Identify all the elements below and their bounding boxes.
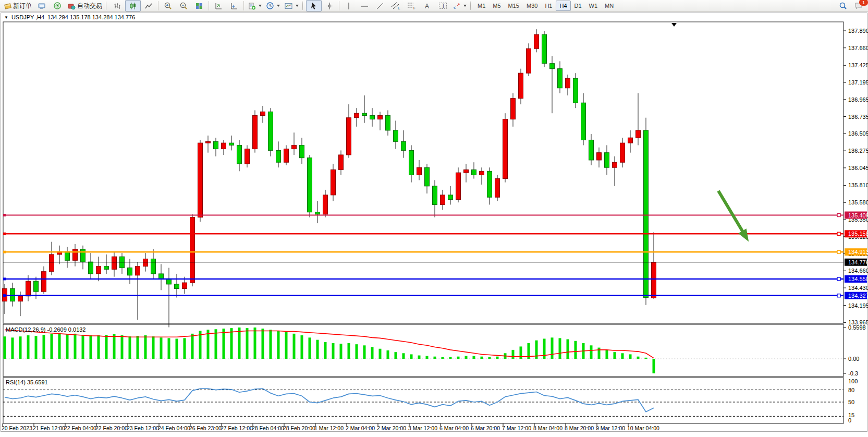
- svg-text:136.965: 136.965: [848, 96, 868, 103]
- arrows-icon: [453, 2, 461, 10]
- svg-text:T: T: [442, 3, 445, 9]
- dropdown-caret: [259, 5, 262, 7]
- terminal-icon: [38, 2, 46, 10]
- svg-text:28 Feb 04:00: 28 Feb 04:00: [252, 425, 284, 431]
- svg-text:7 Mar 12:00: 7 Mar 12:00: [502, 425, 531, 431]
- trendline-button[interactable]: [372, 0, 388, 11]
- time-axis[interactable]: 20 Feb 202321 Feb 12:0022 Feb 04:0022 Fe…: [2, 423, 659, 431]
- dropdown-caret: [277, 5, 280, 7]
- search-button[interactable]: [835, 0, 851, 11]
- chart-title-symbol: USDJPY-,H4: [11, 14, 44, 20]
- svg-text:21 Feb 12:00: 21 Feb 12:00: [33, 425, 65, 431]
- add-indicator-button[interactable]: [246, 0, 264, 11]
- candlestick-chart-button[interactable]: [125, 0, 141, 11]
- template-button[interactable]: [282, 0, 301, 11]
- autotrading-label: 自动交易: [77, 2, 102, 10]
- chart-title: ▼ USDJPY-,H4 134.294 135.178 134.284 134…: [4, 14, 135, 20]
- crosshair-icon: [326, 2, 334, 10]
- timeframe-group: M1M5M15M30H1H4D1W1MN: [474, 1, 617, 11]
- svg-text:27 Feb 12:00: 27 Feb 12:00: [221, 425, 253, 431]
- data-window-button[interactable]: [211, 0, 226, 11]
- chart-canvas[interactable]: 137.890137.660137.425137.195136.965136.7…: [0, 12, 868, 437]
- indicators-window-button[interactable]: [226, 0, 242, 11]
- cursor-icon: [310, 2, 317, 10]
- svg-text:134.913: 134.913: [848, 249, 868, 255]
- svg-text:0.5598: 0.5598: [848, 324, 866, 331]
- autotrading-icon: [67, 2, 76, 10]
- svg-text:22 Feb 04:00: 22 Feb 04:00: [64, 425, 96, 431]
- toolbar-grip: [302, 2, 304, 10]
- autotrading-button[interactable]: 自动交易: [65, 0, 104, 11]
- period-button[interactable]: [264, 0, 282, 11]
- dropdown-caret: [463, 5, 467, 7]
- svg-text:80: 80: [848, 387, 854, 393]
- timeframe-button-M15[interactable]: M15: [505, 1, 523, 11]
- toolbar-separator: [243, 1, 244, 10]
- svg-text:136.735: 136.735: [848, 114, 868, 120]
- terminal-button[interactable]: [34, 0, 50, 11]
- chart-menu-icon[interactable]: ▼: [4, 15, 8, 20]
- dropdown-caret: [296, 5, 299, 7]
- text-button[interactable]: A: [419, 0, 435, 11]
- svg-text:6 Mar 04:00: 6 Mar 04:00: [439, 425, 469, 431]
- text-label-button[interactable]: T: [435, 0, 450, 11]
- signals-icon: [53, 2, 62, 10]
- svg-text:24 Feb 04:00: 24 Feb 04:00: [158, 425, 190, 431]
- tile-windows-button[interactable]: [191, 0, 207, 11]
- svg-text:136.045: 136.045: [848, 165, 868, 171]
- horizontal-line-button[interactable]: [357, 0, 372, 11]
- svg-text:137.890: 137.890: [848, 28, 868, 34]
- svg-text:-0.3: -0.3: [848, 370, 858, 377]
- svg-text:135.409: 135.409: [848, 212, 868, 218]
- zoom-in-button[interactable]: [160, 0, 176, 11]
- svg-text:100: 100: [848, 378, 858, 384]
- timeframe-button-M1[interactable]: M1: [474, 1, 489, 11]
- indicators-window-icon: [230, 2, 238, 10]
- svg-text:28 Feb 20:00: 28 Feb 20:00: [283, 425, 315, 431]
- toolbar-grip: [106, 2, 108, 10]
- tile-windows-icon: [195, 2, 203, 10]
- new-order-button[interactable]: 新订单: [2, 0, 34, 11]
- new-order-label: 新订单: [13, 2, 32, 10]
- line-chart-button[interactable]: [141, 0, 156, 11]
- add-indicator-icon: [248, 2, 256, 10]
- svg-text:135.158: 135.158: [848, 230, 868, 237]
- rsi-label: RSI(14) 35.6591: [6, 379, 48, 385]
- signals-button[interactable]: [50, 0, 65, 11]
- macd-label: MACD(12,26,9) -0.2609 0.0132: [6, 326, 85, 333]
- notifications-button[interactable]: 1: [851, 0, 866, 11]
- arrows-button[interactable]: [450, 0, 469, 11]
- cursor-button[interactable]: [306, 0, 322, 11]
- text-label-icon: T: [438, 2, 447, 10]
- timeframe-button-H4[interactable]: H4: [556, 1, 570, 11]
- bar-chart-button[interactable]: [109, 0, 125, 11]
- timeframe-button-MN[interactable]: MN: [601, 1, 617, 11]
- timeframe-button-M5[interactable]: M5: [489, 1, 504, 11]
- chart-title-ohlc: 134.294 135.178 134.284 134.776: [47, 14, 135, 20]
- line-chart-icon: [144, 2, 153, 10]
- timeframe-button-D1[interactable]: D1: [571, 1, 585, 11]
- svg-text:134.327: 134.327: [848, 293, 868, 299]
- fibonacci-button[interactable]: F: [404, 0, 419, 11]
- text-icon: A: [423, 2, 431, 10]
- svg-text:2 Mar 04:00: 2 Mar 04:00: [346, 425, 375, 431]
- svg-text:134.776: 134.776: [848, 259, 868, 265]
- svg-text:137.425: 137.425: [848, 62, 868, 68]
- template-icon: [284, 2, 293, 10]
- zoom-out-button[interactable]: [176, 0, 191, 11]
- crosshair-button[interactable]: [322, 0, 337, 11]
- timeframe-button-H1[interactable]: H1: [541, 1, 556, 11]
- svg-text:3 Mar 12:00: 3 Mar 12:00: [408, 425, 437, 431]
- vertical-line-icon: [346, 2, 352, 10]
- equidistant-channel-button[interactable]: E: [388, 0, 404, 11]
- svg-text:135.810: 135.810: [848, 182, 868, 188]
- search-icon: [839, 2, 847, 10]
- mt4-window: 新订单 自动交易: [0, 0, 868, 437]
- svg-text:136.505: 136.505: [848, 130, 868, 137]
- fibonacci-icon: F: [407, 2, 416, 10]
- timeframe-button-W1[interactable]: W1: [585, 1, 602, 11]
- vertical-line-button[interactable]: [341, 0, 357, 11]
- equidistant-channel-icon: E: [391, 2, 400, 10]
- svg-text:A: A: [425, 3, 429, 10]
- timeframe-button-M30[interactable]: M30: [523, 1, 541, 11]
